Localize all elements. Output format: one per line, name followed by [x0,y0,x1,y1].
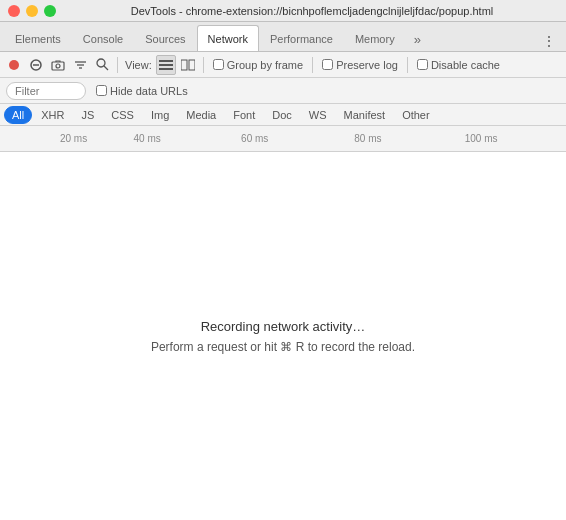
view-grouped-button[interactable] [178,55,198,75]
timeline-tick: 100 ms [465,133,498,144]
svg-point-4 [56,64,60,68]
record-button[interactable] [4,55,24,75]
type-filter-js[interactable]: JS [73,106,102,124]
empty-state-main-text: Recording network activity… [151,319,415,334]
record-icon [8,59,20,71]
filter-button[interactable] [70,55,90,75]
svg-rect-11 [159,64,173,66]
search-icon [96,58,109,71]
toolbar-separator-4 [407,57,408,73]
disable-cache-checkbox[interactable] [417,59,428,70]
title-bar: DevTools - chrome-extension://bicnhpofle… [0,0,566,22]
preserve-log-label[interactable]: Preserve log [322,59,398,71]
svg-line-9 [104,66,108,70]
hide-data-urls-checkbox[interactable] [96,85,107,96]
timeline-tick: 80 ms [354,133,381,144]
main-content-area: Recording network activity… Perform a re… [0,152,566,520]
devtools-menu-button[interactable]: ⋮ [536,31,562,51]
filter-icon [74,59,87,71]
tab-console[interactable]: Console [72,25,134,51]
window-controls [8,5,56,17]
window-title: DevTools - chrome-extension://bicnhpofle… [66,5,558,17]
timeline-header: 20 ms40 ms60 ms80 ms100 ms [0,126,566,152]
tab-performance[interactable]: Performance [259,25,344,51]
maximize-button[interactable] [44,5,56,17]
disable-cache-label[interactable]: Disable cache [417,59,500,71]
tab-more-button[interactable]: » [406,28,429,51]
timeline-tick: 40 ms [134,133,161,144]
svg-point-8 [97,59,105,67]
toolbar-separator-1 [117,57,118,73]
svg-point-0 [9,60,19,70]
preserve-log-checkbox[interactable] [322,59,333,70]
tab-network[interactable]: Network [197,25,259,51]
tab-elements[interactable]: Elements [4,25,72,51]
close-button[interactable] [8,5,20,17]
view-list-button[interactable] [156,55,176,75]
view-label: View: [125,59,152,71]
type-filter-font[interactable]: Font [225,106,263,124]
type-filter-css[interactable]: CSS [103,106,142,124]
tab-sources[interactable]: Sources [134,25,196,51]
toolbar: View: Group by frame Preserve log Disabl… [0,52,566,78]
svg-rect-14 [189,60,195,70]
empty-state-sub-text: Perform a request or hit ⌘ R to record t… [151,340,415,354]
camera-icon [51,59,65,71]
empty-state: Recording network activity… Perform a re… [151,319,415,354]
timeline-tick: 20 ms [60,133,87,144]
filter-bar: Hide data URLs [0,78,566,104]
type-filter-media[interactable]: Media [178,106,224,124]
svg-rect-13 [181,60,187,70]
group-by-frame-checkbox[interactable] [213,59,224,70]
type-filter-other[interactable]: Other [394,106,438,124]
tab-memory[interactable]: Memory [344,25,406,51]
group-by-frame-label[interactable]: Group by frame [213,59,303,71]
search-button[interactable] [92,55,112,75]
stop-icon [30,59,42,71]
type-filter-xhr[interactable]: XHR [33,106,72,124]
tab-bar: Elements Console Sources Network Perform… [0,22,566,52]
capture-screenshots-button[interactable] [48,55,68,75]
svg-rect-10 [159,60,173,62]
type-filter-all[interactable]: All [4,106,32,124]
toolbar-separator-3 [312,57,313,73]
list-view-icon [159,59,173,71]
grouped-view-icon [181,59,195,71]
hide-data-urls-label[interactable]: Hide data URLs [96,85,188,97]
type-filter-manifest[interactable]: Manifest [336,106,394,124]
type-filter-ws[interactable]: WS [301,106,335,124]
filter-input[interactable] [6,82,86,100]
type-filter-img[interactable]: Img [143,106,177,124]
stop-button[interactable] [26,55,46,75]
minimize-button[interactable] [26,5,38,17]
svg-rect-12 [159,68,173,70]
type-filter-doc[interactable]: Doc [264,106,300,124]
timeline-tick: 60 ms [241,133,268,144]
toolbar-separator-2 [203,57,204,73]
type-filter-bar: AllXHRJSCSSImgMediaFontDocWSManifestOthe… [0,104,566,126]
svg-rect-3 [52,62,64,70]
